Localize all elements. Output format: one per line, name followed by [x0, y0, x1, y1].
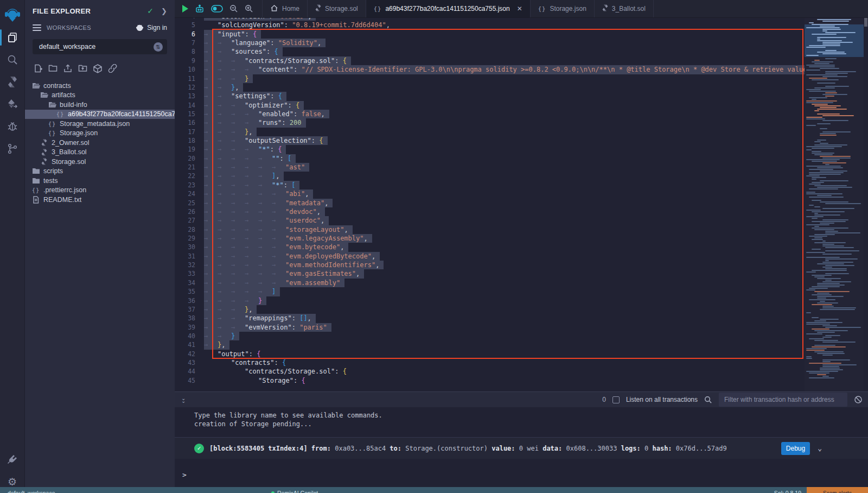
search-icon [704, 396, 712, 404]
tab-whitespace-arrow: → [231, 110, 245, 118]
minimap-line [809, 172, 844, 173]
iconbar-file-explorer[interactable] [0, 27, 25, 48]
minimap-line [812, 99, 816, 100]
minimap-line [820, 201, 848, 203]
tab-3-ballot-sol[interactable]: 3_Ballot.sol [595, 0, 654, 17]
tree-item-scripts[interactable]: scripts [25, 167, 175, 176]
tree-item-3-ballot-sol[interactable]: 3_Ballot.sol [25, 148, 175, 157]
new-file-icon[interactable] [34, 64, 42, 75]
expand-terminal-icon[interactable]: ⌄⌄ [181, 397, 185, 402]
zoom-in-icon[interactable] [245, 4, 253, 13]
tab-whitespace-arrow: → [245, 216, 258, 225]
transaction-expand-icon[interactable]: ⌄ [818, 444, 822, 452]
chevron-right-icon[interactable]: ❯ [161, 7, 167, 15]
tree-item-contracts[interactable]: contracts [25, 81, 175, 91]
tree-item-2-owner-sol[interactable]: 2_Owner.sol [25, 138, 175, 148]
editor-scrollbar[interactable] [864, 18, 868, 391]
tab-storage-sol[interactable]: Storage.sol [308, 0, 366, 17]
ai-copilot-robot-icon[interactable] [195, 4, 205, 14]
code-line-14: 14→→→"optimizer": { [175, 101, 805, 110]
terminal-prompt[interactable]: > [182, 471, 187, 479]
code-text: "solcLongVersion": "0.8.19+commit.7dd6d4… [204, 21, 390, 29]
tab-whitespace-arrow: → [231, 145, 245, 154]
hamburger-menu-icon[interactable] [33, 23, 41, 33]
tab-whitespace-arrow: → [218, 39, 231, 47]
minimap-line [822, 120, 848, 121]
iconbar-git[interactable] [0, 138, 25, 160]
upload-folder-icon[interactable] [78, 64, 87, 75]
iconbar-remix-logo[interactable] [0, 4, 25, 26]
iconbar-plugin-manager[interactable] [0, 448, 25, 470]
selected-text: →→→→→→"metadata", [204, 199, 333, 207]
new-folder-icon[interactable] [48, 64, 58, 75]
link-icon[interactable] [108, 64, 117, 75]
tab-label: Storage.sol [325, 5, 358, 12]
minimap-line [806, 216, 824, 217]
tab-whitespace-arrow: → [231, 207, 245, 216]
tab-whitespace-arrow: → [245, 199, 258, 207]
minimap-line [825, 86, 849, 87]
statusbar-workspace[interactable]: default_workspace [0, 490, 55, 493]
tab-whitespace-arrow: → [245, 163, 258, 172]
debug-button[interactable]: Debug [781, 442, 810, 455]
iconbar-solidity-compiler[interactable] [0, 71, 25, 93]
minimap-line [825, 280, 832, 281]
minimap-line [814, 60, 820, 61]
tab-whitespace-arrow: → [272, 234, 285, 243]
transaction-row[interactable]: ✓ [block:5583405 txIndex:4] from: 0xa03.… [175, 437, 868, 459]
selected-text: →→→→"*": { [204, 145, 286, 154]
copilot-toggle-switch[interactable] [211, 5, 223, 12]
scam-alerts-button[interactable]: Scam alerts [807, 487, 868, 493]
selected-text: →→} [204, 332, 239, 340]
tab-a69b43f277ba20fcac141151250ca755-json[interactable]: {}a69b43f277ba20fcac141151250ca755.json✕ [366, 0, 531, 17]
workspaces-label: WORKSPACES [47, 24, 136, 31]
listen-all-transactions-checkbox[interactable] [612, 396, 620, 403]
tree-item-storage-json[interactable]: {}Storage.json [25, 129, 175, 138]
tree-item-storage-metadata-json[interactable]: {}Storage_metadata.json [25, 119, 175, 129]
sign-in-button[interactable]: Sign in [136, 24, 167, 31]
tab-home[interactable]: Home [262, 0, 308, 17]
code-line-38: 38→→→"remappings": [], [175, 314, 805, 323]
tree-item-a69b43f277ba20fcac141151250ca7-[interactable]: {}a69b43f277ba20fcac141151250ca7... [25, 110, 175, 119]
tree-item-tests[interactable]: tests [25, 176, 175, 186]
minimap-line [812, 346, 846, 347]
code-editor[interactable]: 4→"solcVersion": "0.8.19",5"solcLongVers… [175, 18, 868, 391]
minimap-line [812, 161, 837, 162]
tab-whitespace-arrow: → [204, 128, 218, 136]
iconbar-deploy-run[interactable] [0, 93, 25, 115]
cube-icon[interactable] [93, 64, 102, 75]
minimap-line [809, 97, 827, 98]
clear-console-icon[interactable] [854, 395, 863, 404]
tab-storage-json[interactable]: {}Storage.json [531, 0, 595, 17]
terminal-output[interactable]: Type the library name to see available c… [175, 407, 868, 493]
selected-text: →→"sources": { [204, 47, 283, 56]
tree-item-storage-sol[interactable]: Storage.sol [25, 157, 175, 167]
close-tab-icon[interactable]: ✕ [517, 5, 522, 12]
folder-open-icon [40, 92, 48, 98]
tree-item--prettierrc-json[interactable]: {}.prettierrc.json [25, 186, 175, 195]
line-number: 22 [175, 172, 204, 180]
statusbar-compiler-version[interactable]: Sol: 0.8.19 [774, 490, 807, 493]
iconbar-debugger[interactable] [0, 116, 25, 137]
minimap-line [806, 312, 811, 313]
tree-item-readme-txt[interactable]: README.txt [25, 195, 175, 205]
run-script-button[interactable] [182, 5, 188, 12]
minimap[interactable] [805, 18, 864, 391]
selected-text: →→→→} [204, 296, 266, 305]
minimap-line [814, 351, 844, 352]
upload-file-icon[interactable] [63, 64, 72, 75]
workspace-select[interactable]: default_workspace ⇅ [33, 39, 167, 54]
zoom-out-icon[interactable] [229, 4, 238, 13]
statusbar-copilot[interactable]: RemixAI Copilot [271, 490, 318, 493]
folder-open-icon [48, 102, 56, 108]
line-number: 31 [175, 252, 204, 261]
tab-whitespace-arrow: → [258, 163, 272, 172]
iconbar-search[interactable] [0, 49, 25, 71]
workspace-select-toggle-icon[interactable]: ⇅ [154, 42, 163, 52]
tree-item-build-info[interactable]: build-info [25, 100, 175, 110]
minimap-line [812, 24, 848, 25]
tree-item-artifacts[interactable]: artifacts [25, 91, 175, 100]
scrollbar-thumb[interactable] [864, 18, 867, 27]
transaction-filter-input[interactable] [719, 393, 847, 407]
tab-whitespace-arrow: → [218, 269, 231, 278]
